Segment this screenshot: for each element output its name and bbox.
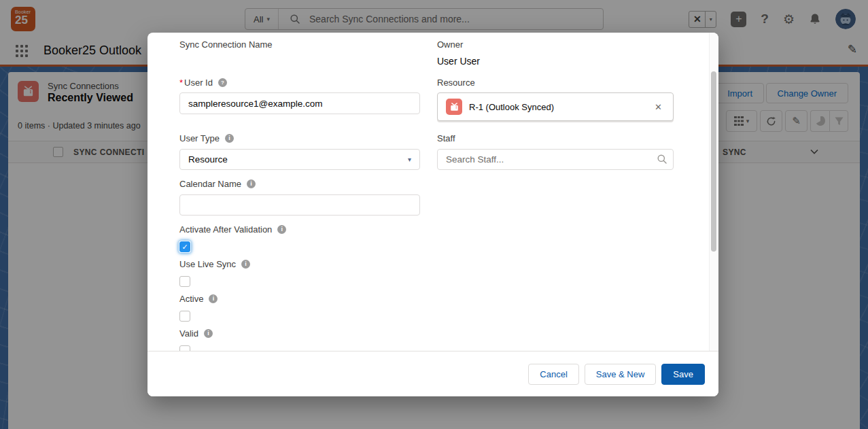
field-user-type: User Type i Resource ▾ <box>179 133 420 170</box>
use-live-sync-checkbox[interactable] <box>179 276 190 287</box>
info-icon: i <box>204 329 213 338</box>
info-icon: i <box>277 225 286 234</box>
use-live-sync-label: Use Live Sync <box>179 259 236 269</box>
modal-scrollbar-track[interactable] <box>709 33 718 351</box>
cancel-button[interactable]: Cancel <box>528 364 578 385</box>
chevron-down-icon: ▾ <box>408 156 411 163</box>
field-use-live-sync: Use Live Sync i <box>179 259 420 287</box>
calendar-name-label: Calendar Name <box>179 179 241 189</box>
valid-label: Valid <box>179 328 198 339</box>
search-icon <box>657 154 667 164</box>
resource-record-icon <box>446 99 462 115</box>
field-staff: Staff <box>437 133 674 170</box>
user-type-select[interactable]: Resource ▾ <box>179 149 420 170</box>
new-sync-connection-modal: Sync Connection Name Owner User User Use… <box>147 33 718 396</box>
info-icon: i <box>241 260 250 269</box>
owner-value: User User <box>437 56 674 67</box>
resource-pill-value: R-1 (Outlook Synced) <box>469 102 645 112</box>
info-icon: i <box>247 179 256 188</box>
save-and-new-button[interactable]: Save & New <box>585 364 657 385</box>
user-type-value: Resource <box>188 154 228 165</box>
field-owner: Owner User User <box>437 39 674 67</box>
modal-footer: Cancel Save & New Save <box>147 351 718 396</box>
field-activate-after-validation: Activate After Validation i ✓ <box>179 224 420 252</box>
sync-connection-name-label: Sync Connection Name <box>179 39 273 50</box>
save-button[interactable]: Save <box>661 364 705 385</box>
field-user-id: User Id ? <box>179 78 420 114</box>
check-icon: ✓ <box>181 243 188 252</box>
owner-label: Owner <box>437 39 463 50</box>
remove-resource-icon[interactable]: ✕ <box>652 101 665 114</box>
field-resource: Resource R-1 (Outlook Synced) ✕ <box>437 78 674 121</box>
info-icon: i <box>225 134 234 143</box>
resource-label: Resource <box>437 78 475 88</box>
field-valid: Valid i <box>179 328 420 351</box>
field-calendar-name: Calendar Name i <box>179 179 420 216</box>
info-icon: i <box>209 294 218 303</box>
field-sync-connection-name: Sync Connection Name <box>179 39 420 50</box>
modal-scrollbar-thumb[interactable] <box>711 71 716 252</box>
salesforce-screen: Booker 25 All ▾ ✕ ▾ + ? ⚙ <box>0 0 868 429</box>
modal-form: Sync Connection Name Owner User User Use… <box>147 33 718 351</box>
staff-search-input[interactable] <box>437 149 674 170</box>
active-checkbox[interactable] <box>179 311 190 322</box>
active-label: Active <box>179 294 203 304</box>
valid-checkbox[interactable] <box>179 345 190 351</box>
user-id-input[interactable] <box>179 92 420 114</box>
field-active: Active i <box>179 294 420 322</box>
resource-lookup[interactable]: R-1 (Outlook Synced) ✕ <box>437 92 674 121</box>
activate-after-validation-label: Activate After Validation <box>179 224 272 235</box>
activate-after-validation-checkbox[interactable]: ✓ <box>179 241 190 252</box>
user-type-label: User Type <box>179 133 220 143</box>
staff-label: Staff <box>437 133 455 143</box>
user-id-label: User Id <box>179 78 213 88</box>
info-icon: ? <box>218 78 227 87</box>
calendar-name-input[interactable] <box>179 194 420 216</box>
